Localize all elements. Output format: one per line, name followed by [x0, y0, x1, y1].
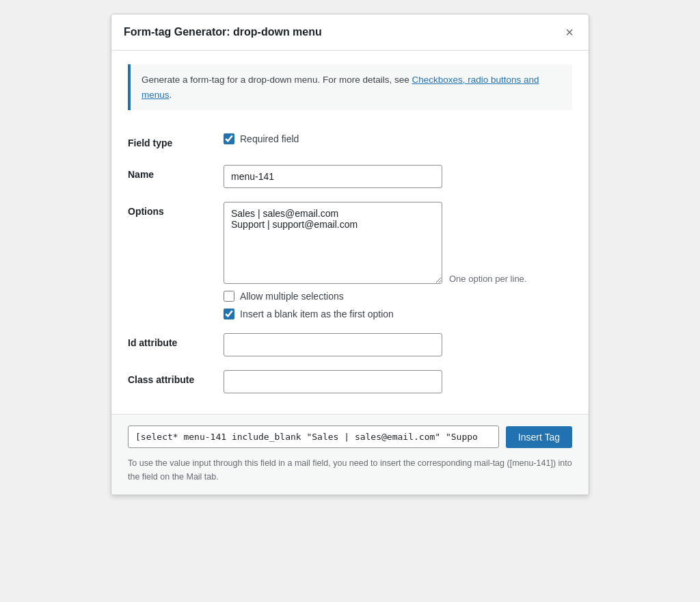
class-attribute-cell — [224, 363, 572, 400]
class-attribute-input[interactable] — [224, 370, 442, 393]
allow-multiple-text: Allow multiple selections — [240, 291, 344, 302]
textarea-wrapper: Sales | sales@email.com Support | suppor… — [224, 202, 572, 284]
required-field-label: Required field — [240, 133, 299, 144]
form-tag-generator-modal: Form-tag Generator: drop-down menu × Gen… — [111, 14, 589, 495]
tag-output-input[interactable] — [128, 426, 499, 448]
options-row: Options Sales | sales@email.com Support … — [128, 195, 572, 326]
modal-header: Form-tag Generator: drop-down menu × — [111, 14, 589, 51]
info-text: Generate a form-tag for a drop-down menu… — [142, 75, 412, 85]
options-hint: One option per line. — [449, 274, 526, 284]
field-type-label: Field type — [128, 127, 224, 158]
options-label: Options — [128, 195, 224, 326]
tag-row: Insert Tag — [128, 426, 572, 448]
modal-title: Form-tag Generator: drop-down menu — [124, 26, 322, 38]
form-table: Field type Required field Name — [128, 127, 572, 400]
id-attribute-row: Id attribute — [128, 326, 572, 363]
name-label: Name — [128, 158, 224, 195]
insert-blank-label[interactable]: Insert a blank item as the first option — [224, 309, 572, 319]
modal-body: Generate a form-tag for a drop-down menu… — [111, 51, 589, 414]
class-attribute-row: Class attribute — [128, 363, 572, 400]
required-field-checkbox-label[interactable]: Required field — [224, 133, 572, 144]
insert-tag-button[interactable]: Insert Tag — [506, 426, 572, 448]
info-text-end: . — [170, 90, 172, 100]
required-field-checkbox[interactable] — [224, 133, 234, 144]
name-row: Name — [128, 158, 572, 195]
info-box: Generate a form-tag for a drop-down menu… — [128, 64, 572, 110]
options-textarea[interactable]: Sales | sales@email.com Support | suppor… — [224, 202, 442, 284]
options-cell: Sales | sales@email.com Support | suppor… — [224, 195, 572, 326]
name-cell — [224, 158, 572, 195]
id-attribute-label: Id attribute — [128, 326, 224, 363]
modal-footer: Insert Tag To use the value input throug… — [111, 414, 589, 495]
insert-blank-checkbox[interactable] — [224, 309, 234, 319]
name-input[interactable] — [224, 165, 442, 188]
close-button[interactable]: × — [563, 24, 576, 40]
class-attribute-label: Class attribute — [128, 363, 224, 400]
insert-blank-text: Insert a blank item as the first option — [240, 309, 394, 319]
options-section: Sales | sales@email.com Support | suppor… — [224, 202, 572, 319]
allow-multiple-checkbox[interactable] — [224, 291, 234, 302]
id-attribute-input[interactable] — [224, 333, 442, 356]
id-attribute-cell — [224, 326, 572, 363]
field-type-cell: Required field — [224, 127, 572, 158]
allow-multiple-label[interactable]: Allow multiple selections — [224, 291, 572, 302]
footer-note: To use the value input through this fiel… — [128, 456, 572, 484]
field-type-row: Field type Required field — [128, 127, 572, 158]
